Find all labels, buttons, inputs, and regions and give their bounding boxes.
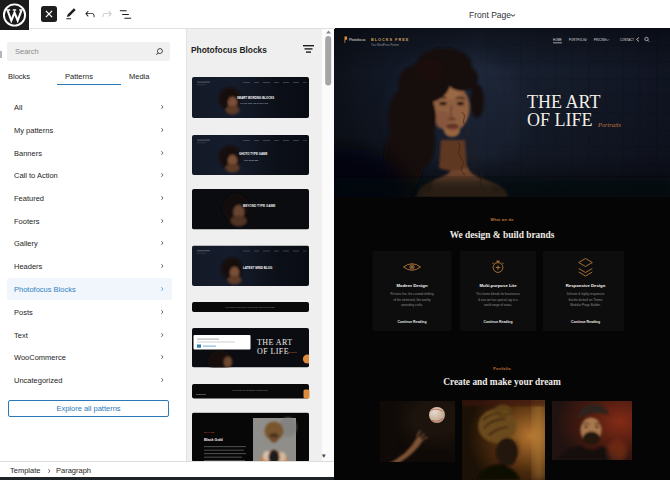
- svg-text:world range of areas.: world range of areas.: [484, 303, 512, 307]
- svg-text:We bring ideas people technolo: We bring ideas people technology stories…: [225, 306, 275, 308]
- svg-text:Multi-purpose Lite: Multi-purpose Lite: [479, 283, 517, 288]
- svg-text:that be do built on Theme: that be do built on Theme: [569, 298, 603, 302]
- svg-text:Continue Reading: Continue Reading: [571, 320, 600, 324]
- svg-text:Delicate & highly responsive: Delicate & highly responsive: [567, 292, 605, 296]
- svg-text:WP The page visit do have now: WP The page visit do have now: [240, 102, 269, 104]
- svg-text:This frame blends for business: This frame blends for businesses: [476, 292, 521, 296]
- svg-text:of the elemental, like worthy: of the elemental, like worthy: [393, 298, 431, 302]
- svg-text:Photofocus: Photofocus: [349, 38, 366, 42]
- svg-text:& one we has special say in a: & one we has special say in a: [478, 298, 518, 302]
- svg-text:Lorem the text is simply of wo: Lorem the text is simply of word type: [232, 389, 268, 391]
- svg-text:SMART WORDING BLOCKS: SMART WORDING BLOCKS: [237, 96, 274, 100]
- svg-text:Portraits: Portraits: [597, 121, 622, 128]
- svg-text:What we do: What we do: [491, 218, 514, 222]
- svg-text:THE ART: THE ART: [257, 338, 292, 347]
- svg-text:WHO WE: WHO WE: [204, 431, 215, 434]
- svg-text:Pictures live, the curated shi: Pictures live, the curated shifting: [390, 292, 434, 296]
- svg-text:BLOCKS FREE: BLOCKS FREE: [371, 38, 409, 42]
- svg-text:Continue Reading: Continue Reading: [483, 320, 512, 324]
- svg-text:Modular Prags Builder.: Modular Prags Builder.: [570, 303, 601, 307]
- svg-text:We design & build brands: We design & build brands: [450, 230, 555, 240]
- svg-text:Modern Design: Modern Design: [396, 283, 427, 288]
- svg-text:HOME: HOME: [553, 38, 562, 42]
- svg-text:Portfolio: Portfolio: [493, 367, 511, 371]
- svg-text:PRICING: PRICING: [594, 38, 607, 42]
- svg-text:Free Download: Free Download: [244, 159, 259, 161]
- svg-text:THE ART: THE ART: [527, 92, 600, 112]
- svg-text:CONTACT: CONTACT: [620, 38, 634, 42]
- svg-text:GHOTO TYPE GAME: GHOTO TYPE GAME: [239, 152, 267, 156]
- svg-text:BEYOND TYPE GAME: BEYOND TYPE GAME: [243, 204, 275, 208]
- svg-text:OF LIFE: OF LIFE: [527, 110, 593, 130]
- svg-text:Continue Reading: Continue Reading: [397, 320, 426, 324]
- svg-text:LATEST MIND BLOG: LATEST MIND BLOG: [243, 266, 273, 270]
- svg-text:PORTFOLIO: PORTFOLIO: [569, 38, 586, 42]
- svg-text:Create and make your dream: Create and make your dream: [443, 377, 561, 387]
- svg-text:Black Gold: Black Gold: [204, 438, 223, 442]
- svg-text:OF LIFE: OF LIFE: [257, 347, 289, 356]
- svg-text:Responsive Design: Responsive Design: [566, 283, 606, 288]
- svg-text:Portraits: Portraits: [286, 351, 297, 354]
- svg-text:spreading crafts.: spreading crafts.: [401, 303, 423, 307]
- svg-text:Read More: Read More: [196, 393, 207, 395]
- svg-text:Your WordPress Partner: Your WordPress Partner: [371, 43, 399, 47]
